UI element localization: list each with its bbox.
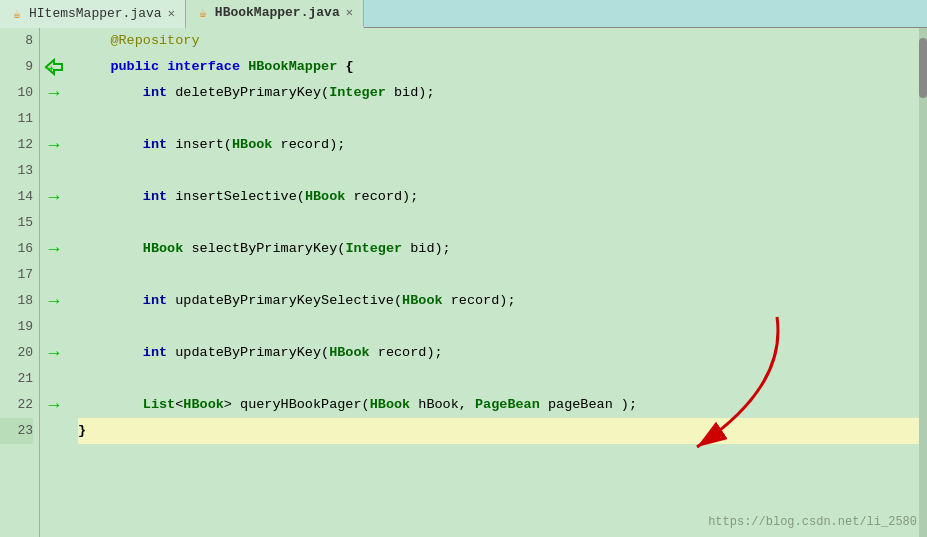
tab-hbookmapper[interactable]: ☕ HBookMapper.java ✕ [186, 0, 364, 28]
gutter-15 [40, 210, 68, 236]
tab-hitemsmapper[interactable]: ☕ HItemsMapper.java ✕ [0, 0, 186, 28]
line-num-17: 17 [0, 262, 33, 288]
code-line-18: int updateByPrimaryKeySelective(HBook re… [78, 288, 927, 314]
java-icon: ☕ [10, 7, 24, 21]
code-line-21 [78, 366, 927, 392]
gutter-18[interactable]: → [40, 288, 68, 314]
code-content: @Repository public interface HBookMapper… [68, 28, 927, 537]
gutter-20[interactable]: → [40, 340, 68, 366]
java-icon-2: ☕ [196, 6, 210, 20]
watermark: https://blog.csdn.net/li_2580 [708, 515, 917, 529]
gutter-14[interactable]: → [40, 184, 68, 210]
gutter: → → → → → → → → [40, 28, 68, 537]
line-num-13: 13 [0, 158, 33, 184]
code-line-12: int insert(HBook record); [78, 132, 927, 158]
tab-hitemsmapper-close[interactable]: ✕ [168, 6, 175, 21]
code-line-8: @Repository [78, 28, 927, 54]
gutter-23 [40, 418, 68, 444]
gutter-8 [40, 28, 68, 54]
gutter-22[interactable]: → [40, 392, 68, 418]
line-numbers: 8 9 10 11 12 13 14 15 16 17 18 19 20 21 … [0, 28, 40, 537]
code-line-22: List<HBook> queryHBookPager(HBook hBook,… [78, 392, 927, 418]
line-num-20: 20 [0, 340, 33, 366]
line-num-21: 21 [0, 366, 33, 392]
line-num-9: 9 [0, 54, 33, 80]
code-line-11 [78, 106, 927, 132]
line-num-12: 12 [0, 132, 33, 158]
gutter-11 [40, 106, 68, 132]
gutter-13 [40, 158, 68, 184]
gutter-16[interactable]: → [40, 236, 68, 262]
scrollbar-thumb[interactable] [919, 38, 927, 98]
code-line-9: public interface HBookMapper { [78, 54, 927, 80]
svg-text:→: → [45, 59, 53, 75]
code-line-20: int updateByPrimaryKey(HBook record); [78, 340, 927, 366]
line-num-19: 19 [0, 314, 33, 340]
line-num-8: 8 [0, 28, 33, 54]
gutter-12[interactable]: → [40, 132, 68, 158]
tab-bar: ☕ HItemsMapper.java ✕ ☕ HBookMapper.java… [0, 0, 927, 28]
line-num-11: 11 [0, 106, 33, 132]
line-num-22: 22 [0, 392, 33, 418]
line-num-14: 14 [0, 184, 33, 210]
gutter-9[interactable]: → [40, 54, 68, 80]
tab-hbookmapper-label: HBookMapper.java [215, 5, 340, 20]
code-line-19 [78, 314, 927, 340]
line-num-10: 10 [0, 80, 33, 106]
line-num-18: 18 [0, 288, 33, 314]
code-line-13 [78, 158, 927, 184]
tab-hitemsmapper-label: HItemsMapper.java [29, 6, 162, 21]
code-line-23: } [78, 418, 927, 444]
code-line-15 [78, 210, 927, 236]
line-num-16: 16 [0, 236, 33, 262]
editor: 8 9 10 11 12 13 14 15 16 17 18 19 20 21 … [0, 28, 927, 537]
gutter-17 [40, 262, 68, 288]
tab-hbookmapper-close[interactable]: ✕ [346, 5, 353, 20]
gutter-21 [40, 366, 68, 392]
scrollbar[interactable] [919, 28, 927, 537]
gutter-10[interactable]: → [40, 80, 68, 106]
code-line-16: HBook selectByPrimaryKey(Integer bid); [78, 236, 927, 262]
code-line-17 [78, 262, 927, 288]
line-num-23: 23 [0, 418, 33, 444]
code-line-10: int deleteByPrimaryKey(Integer bid); [78, 80, 927, 106]
code-line-14: int insertSelective(HBook record); [78, 184, 927, 210]
gutter-19 [40, 314, 68, 340]
line-num-15: 15 [0, 210, 33, 236]
